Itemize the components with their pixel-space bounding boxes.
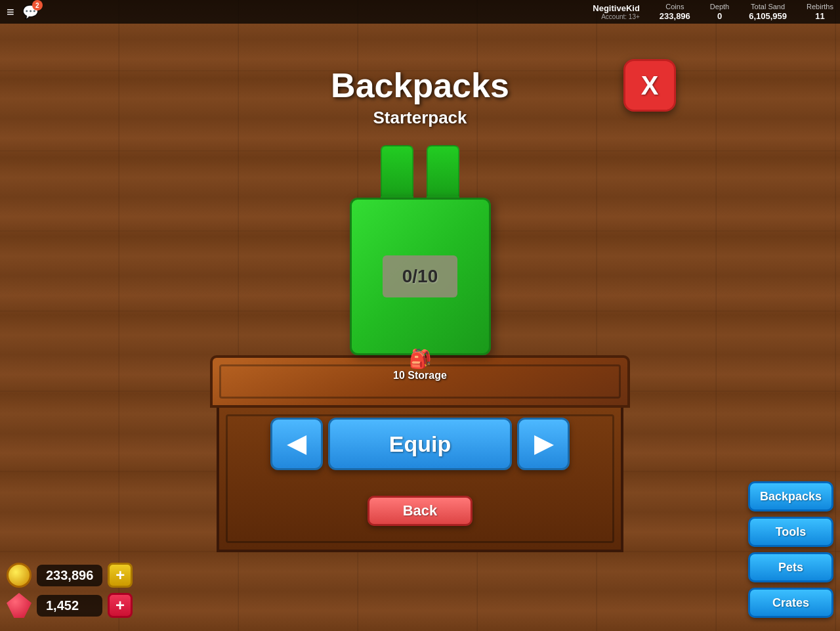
hamburger-icon[interactable]: ≡	[7, 5, 14, 20]
back-button[interactable]: Back	[368, 496, 472, 526]
dialog-title: Backpacks	[0, 66, 840, 105]
add-gems-button[interactable]: +	[108, 593, 133, 618]
backpack-straps	[368, 145, 472, 198]
coins-value: 233,896	[660, 11, 690, 22]
next-button[interactable]: ▶	[517, 418, 570, 470]
total-sand-stat: Total Sand 6,105,959	[749, 3, 787, 22]
strap-left	[381, 145, 413, 198]
backpack-capacity-label: 0/10	[383, 255, 458, 297]
right-arrow-icon: ▶	[534, 432, 553, 456]
backpack-body: 0/10	[350, 198, 491, 355]
pets-menu-label: Pets	[778, 561, 803, 575]
hud-gems-value: 1,452	[37, 595, 102, 617]
account-label: Account: 13+	[601, 13, 640, 20]
plus-coin-icon: +	[116, 567, 125, 583]
storage-icon: 🎒	[409, 348, 432, 370]
equip-button[interactable]: Equip	[328, 418, 512, 470]
gem-icon	[7, 593, 32, 618]
username: NegitiveKid	[593, 3, 640, 13]
close-button[interactable]: X	[623, 59, 676, 112]
back-label: Back	[403, 502, 438, 519]
plus-gem-icon: +	[116, 598, 125, 613]
depth-value: 0	[717, 11, 722, 22]
tools-menu-button[interactable]: Tools	[748, 517, 833, 547]
coins-label: Coins	[665, 3, 684, 11]
navigation-buttons: ◀ Equip ▶	[270, 418, 570, 470]
backpacks-menu-button[interactable]: Backpacks	[748, 481, 833, 511]
chat-button[interactable]: 💬 2	[22, 4, 39, 20]
chat-badge: 2	[32, 0, 43, 11]
hud-bottom-left: 233,896 + 1,452 +	[7, 563, 133, 618]
rebirths-stat: Rebirths 11	[807, 3, 833, 22]
coins-hud-row: 233,896 +	[7, 563, 133, 588]
username-group: NegitiveKid Account: 13+	[593, 3, 640, 20]
storage-text: 10 Storage	[393, 370, 447, 381]
strap-right	[427, 145, 459, 198]
coins-stat: Coins 233,896	[660, 3, 690, 22]
close-icon: X	[641, 71, 659, 100]
tools-menu-label: Tools	[776, 525, 807, 539]
pets-menu-button[interactable]: Pets	[748, 552, 833, 582]
storage-info: 🎒 10 Storage	[393, 348, 447, 381]
backpack-display: 0/10	[348, 145, 492, 355]
left-arrow-icon: ◀	[287, 432, 306, 456]
gems-hud-row: 1,452 +	[7, 593, 133, 618]
total-sand-label: Total Sand	[751, 3, 785, 11]
dialog-subtitle: Starterpack	[0, 108, 840, 128]
depth-stat: Depth 0	[710, 3, 729, 22]
equip-label: Equip	[389, 431, 451, 457]
hud-coins-value: 233,896	[37, 565, 102, 586]
rebirths-label: Rebirths	[807, 3, 833, 11]
title-area: Backpacks Starterpack	[0, 66, 840, 128]
crates-menu-label: Crates	[772, 596, 809, 610]
coin-icon	[7, 563, 32, 588]
depth-label: Depth	[710, 3, 729, 11]
rebirths-value: 11	[815, 11, 824, 22]
right-menu: Backpacks Tools Pets Crates	[748, 481, 833, 618]
total-sand-value: 6,105,959	[749, 11, 787, 22]
prev-button[interactable]: ◀	[270, 418, 323, 470]
add-coins-button[interactable]: +	[108, 563, 133, 588]
backpacks-menu-label: Backpacks	[760, 490, 822, 504]
top-bar: ≡ 💬 2 NegitiveKid Account: 13+ Coins 233…	[0, 0, 840, 24]
crates-menu-button[interactable]: Crates	[748, 588, 833, 618]
